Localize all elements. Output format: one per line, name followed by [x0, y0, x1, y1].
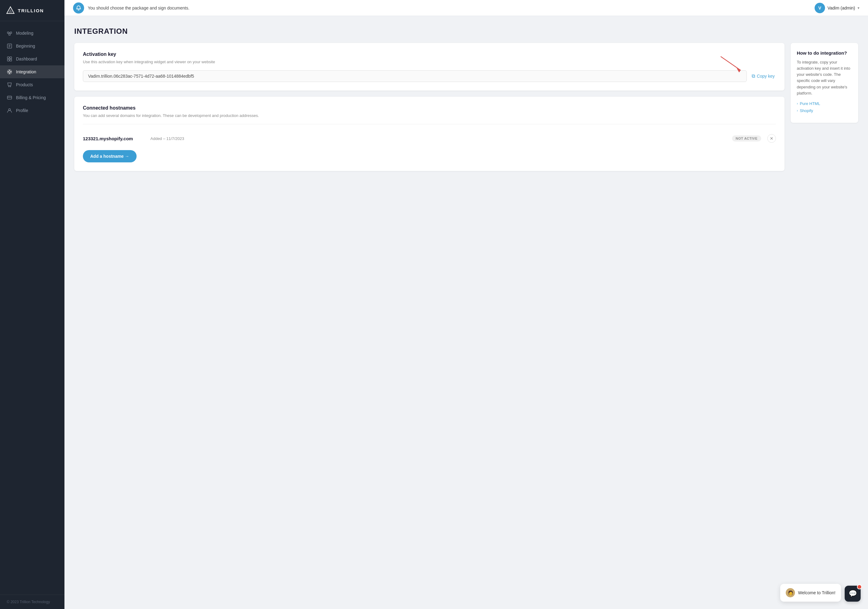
divider — [83, 124, 776, 124]
sidebar-item-beginning-label: Beginning — [16, 43, 35, 48]
sidebar-item-profile[interactable]: Profile — [0, 104, 64, 117]
copy-icon: ⧉ — [752, 73, 755, 79]
integration-icon — [7, 69, 12, 74]
svg-rect-18 — [7, 96, 12, 99]
svg-point-14 — [9, 71, 11, 73]
sidebar-item-profile-label: Profile — [16, 108, 28, 113]
topbar-notification-message: You should choose the package and sign d… — [88, 6, 189, 11]
activation-key-row: ⧉ Copy key — [83, 70, 776, 82]
activation-key-desc: Use this activation key when integrating… — [83, 60, 776, 64]
sidebar-item-billing-label: Billing & Pricing — [16, 95, 46, 100]
topbar: You should choose the package and sign d… — [64, 0, 868, 16]
svg-point-17 — [10, 86, 11, 87]
chat-avatar: 🧑 — [786, 588, 795, 597]
svg-rect-13 — [10, 59, 12, 61]
dashboard-icon — [7, 56, 12, 62]
main-area: You should choose the package and sign d… — [64, 0, 868, 609]
billing-icon — [7, 95, 12, 101]
chat-bubble: 🧑 Welcome to Trillion! — [780, 584, 841, 602]
products-icon — [7, 82, 12, 87]
logo-area: TRILLION — [0, 0, 64, 21]
activation-key-input[interactable] — [83, 70, 747, 82]
svg-rect-10 — [7, 57, 9, 59]
cards-column: Activation key Use this activation key w… — [74, 43, 784, 171]
chat-welcome-message: Welcome to Trillion! — [798, 590, 835, 595]
brand-name: TRILLION — [18, 8, 44, 13]
sidebar-footer: © 2023 Trillion Technology — [0, 595, 64, 609]
modeling-icon — [7, 30, 12, 36]
status-badge: NOT ACTIVE — [732, 135, 761, 141]
remove-hostname-button[interactable]: ✕ — [767, 134, 776, 143]
svg-point-16 — [9, 86, 9, 87]
profile-icon — [7, 108, 12, 113]
chevron-right-icon: › — [797, 102, 798, 105]
brand-logo-icon — [6, 6, 15, 15]
sidebar-item-modeling[interactable]: Modeling — [0, 27, 64, 40]
content-body: Activation key Use this activation key w… — [74, 43, 858, 171]
copy-key-button[interactable]: ⧉ Copy key — [750, 71, 776, 81]
svg-point-20 — [9, 108, 11, 110]
help-card-title: How to do integration? — [797, 50, 852, 56]
sidebar-item-products-label: Products — [16, 82, 33, 87]
chat-button[interactable]: 💬 — [845, 586, 861, 602]
sidebar-item-billing[interactable]: Billing & Pricing — [0, 91, 64, 104]
svg-rect-11 — [10, 57, 12, 59]
sidebar-item-dashboard[interactable]: Dashboard — [0, 53, 64, 65]
help-link-pure-html[interactable]: › Pure HTML — [797, 101, 852, 106]
svg-rect-3 — [10, 32, 12, 34]
sidebar-item-integration-label: Integration — [16, 70, 36, 74]
add-hostname-button[interactable]: Add a hostname → — [83, 150, 136, 163]
svg-rect-12 — [7, 59, 9, 61]
chevron-right-icon-2: › — [797, 108, 798, 112]
notification-icon — [73, 2, 84, 14]
table-row: 123321.myshopify.com Added – 11/7/2023 N… — [83, 130, 776, 146]
help-card-text: To integrate, copy your activation key a… — [797, 59, 852, 96]
chat-area: 🧑 Welcome to Trillion! 💬 — [780, 584, 861, 602]
sidebar: TRILLION Modeling Beginning Dashboard — [0, 0, 64, 609]
topbar-left: You should choose the package and sign d… — [73, 2, 189, 14]
svg-rect-2 — [7, 32, 9, 34]
topbar-right: V Vadim (admin) ▾ — [815, 3, 859, 13]
sidebar-item-modeling-label: Modeling — [16, 31, 33, 36]
chat-button-icon: 💬 — [849, 590, 857, 598]
hostnames-title: Connected hostnames — [83, 105, 776, 111]
user-menu-chevron-icon[interactable]: ▾ — [857, 6, 859, 10]
activation-key-card: Activation key Use this activation key w… — [74, 43, 784, 91]
help-card: How to do integration? To integrate, cop… — [790, 43, 858, 123]
sidebar-item-dashboard-label: Dashboard — [16, 56, 37, 61]
content-area: INTEGRATION Activation key Use this acti… — [64, 16, 868, 609]
page-title: INTEGRATION — [74, 27, 858, 36]
svg-rect-5 — [9, 34, 11, 35]
activation-key-title: Activation key — [83, 51, 776, 57]
hostnames-desc: You can add several domains for integrat… — [83, 113, 776, 118]
hostname-date: Added – 11/7/2023 — [150, 136, 726, 141]
hostnames-card: Connected hostnames You can add several … — [74, 97, 784, 171]
help-link-shopify[interactable]: › Shopify — [797, 108, 852, 113]
chat-notification-badge — [857, 584, 862, 589]
beginning-icon — [7, 43, 12, 49]
sidebar-nav: Modeling Beginning Dashboard Integration — [0, 21, 64, 595]
user-name: Vadim (admin) — [828, 6, 855, 11]
sidebar-item-integration[interactable]: Integration — [0, 65, 64, 78]
user-avatar: V — [815, 3, 825, 13]
sidebar-item-beginning[interactable]: Beginning — [0, 40, 64, 53]
sidebar-item-products[interactable]: Products — [0, 78, 64, 91]
hostname-name: 123321.myshopify.com — [83, 136, 144, 141]
